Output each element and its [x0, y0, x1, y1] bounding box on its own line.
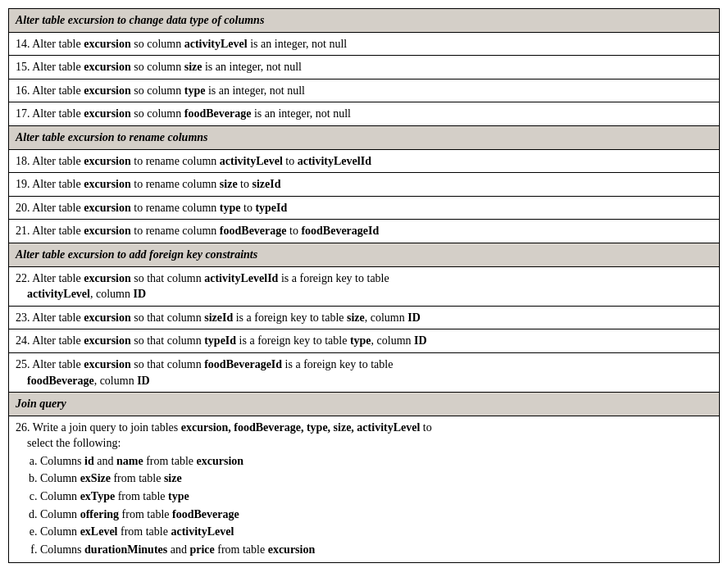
- sub-item: Columns id and name from table excursion: [40, 453, 712, 470]
- item-row: 25. Alter table excursion so that column…: [9, 352, 720, 392]
- item-row: 24. Alter table excursion so that column…: [9, 329, 720, 353]
- sub-item: Column exSize from table size: [40, 470, 712, 487]
- sub-item: Column offering from table foodBeverage: [40, 507, 712, 523]
- item-row: 18. Alter table excursion to rename colu…: [9, 149, 720, 173]
- section-header-row: Alter table excursion to rename columns: [9, 125, 720, 149]
- item-row: 16. Alter table excursion so column type…: [9, 79, 720, 102]
- item-row-complex: 26. Write a join query to join tables ex…: [9, 416, 720, 563]
- item-row: 19. Alter table excursion to rename colu…: [9, 173, 720, 197]
- section-header-row: Join query: [9, 393, 720, 416]
- section-header-row: Alter table excursion to change data typ…: [9, 9, 720, 33]
- item-row: 15. Alter table excursion so column size…: [9, 56, 720, 80]
- item-row: 20. Alter table excursion to rename colu…: [9, 196, 720, 220]
- item-row: 23. Alter table excursion so that column…: [9, 306, 720, 329]
- sub-item: Column exType from table type: [40, 488, 712, 505]
- item-row: 17. Alter table excursion so column food…: [9, 102, 720, 126]
- sub-item: Column exLevel from table activityLevel: [40, 524, 712, 540]
- sub-item: Columns durationMinutes and price from t…: [40, 542, 712, 558]
- item-row: 14. Alter table excursion so column acti…: [9, 32, 720, 56]
- item-row: 22. Alter table excursion so that column…: [9, 266, 720, 306]
- main-table: Alter table excursion to change data typ…: [8, 8, 720, 563]
- section-header-row: Alter table excursion to add foreign key…: [9, 243, 720, 266]
- item-row: 21. Alter table excursion to rename colu…: [9, 220, 720, 243]
